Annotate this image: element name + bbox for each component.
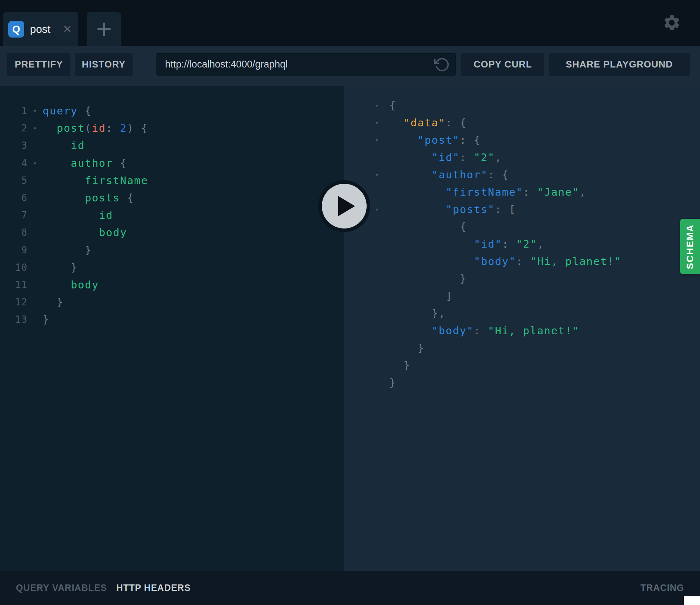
response-line: } bbox=[344, 270, 700, 287]
query-line: 8body bbox=[0, 224, 344, 241]
line-number: 6 bbox=[0, 192, 28, 203]
settings-gear-icon[interactable] bbox=[662, 13, 681, 32]
code-tokens: query { bbox=[43, 105, 92, 117]
query-line: 1▾query { bbox=[0, 102, 344, 119]
line-number: 12 bbox=[0, 297, 28, 308]
line-number: 4 bbox=[0, 158, 28, 169]
endpoint-url-input[interactable]: http://localhost:4000/graphql bbox=[156, 53, 456, 76]
add-tab-button[interactable] bbox=[87, 12, 121, 46]
response-line: } bbox=[344, 357, 700, 374]
code-tokens: } bbox=[389, 273, 467, 285]
line-number: 1 bbox=[0, 105, 28, 116]
response-line: ▾"author": { bbox=[344, 166, 700, 183]
query-line: 5firstName bbox=[0, 172, 344, 189]
play-icon bbox=[338, 196, 355, 216]
prettify-button[interactable]: PRETTIFY bbox=[7, 53, 70, 76]
query-line: 2▾post(id: 2) { bbox=[0, 119, 344, 137]
code-tokens: ] bbox=[389, 290, 453, 302]
response-line: { bbox=[344, 218, 700, 235]
response-line: ▾"posts": [ bbox=[344, 201, 700, 218]
fold-arrow-icon[interactable]: ▾ bbox=[375, 102, 389, 109]
code-tokens: body bbox=[43, 279, 99, 291]
line-number: 13 bbox=[0, 314, 28, 325]
code-tokens: } bbox=[389, 377, 396, 389]
close-tab-icon[interactable]: ✕ bbox=[63, 24, 72, 35]
code-tokens: "posts": [ bbox=[389, 203, 516, 216]
fold-arrow-icon[interactable]: ▾ bbox=[28, 160, 43, 167]
line-number: 3 bbox=[0, 140, 28, 151]
share-playground-button[interactable]: SHARE PLAYGROUND bbox=[549, 53, 690, 76]
code-tokens: } bbox=[43, 261, 78, 274]
schema-sidebar-tab[interactable]: SCHEMA bbox=[680, 219, 700, 274]
code-tokens: } bbox=[43, 244, 92, 256]
http-headers-tab[interactable]: HTTP HEADERS bbox=[116, 583, 191, 593]
query-line: 3id bbox=[0, 137, 344, 154]
line-number: 10 bbox=[0, 262, 28, 273]
code-tokens: post(id: 2) { bbox=[43, 122, 148, 134]
response-line: } bbox=[344, 339, 700, 357]
code-tokens: posts { bbox=[43, 192, 134, 204]
code-tokens: "body": "Hi, planet!" bbox=[389, 325, 579, 337]
plus-icon bbox=[96, 21, 112, 38]
line-number: 7 bbox=[0, 210, 28, 221]
response-line: ] bbox=[344, 287, 700, 305]
query-variables-tab[interactable]: QUERY VARIABLES bbox=[16, 583, 107, 593]
fold-arrow-icon[interactable]: ▾ bbox=[28, 107, 43, 114]
code-tokens: id bbox=[43, 209, 113, 221]
tab-label: post bbox=[30, 23, 51, 35]
query-line: 6posts { bbox=[0, 189, 344, 206]
query-code[interactable]: 1▾query {2▾post(id: 2) {3id4▾author {5fi… bbox=[0, 86, 344, 328]
play-circle bbox=[322, 184, 367, 228]
code-tokens: body bbox=[43, 226, 127, 239]
fold-arrow-icon[interactable]: ▾ bbox=[375, 206, 389, 213]
fold-arrow-icon[interactable]: ▾ bbox=[28, 125, 43, 132]
query-line: 13} bbox=[0, 311, 344, 328]
fold-arrow-icon[interactable]: ▾ bbox=[375, 136, 389, 144]
code-tokens: } bbox=[389, 359, 410, 371]
query-line: 10} bbox=[0, 259, 344, 276]
code-tokens: } bbox=[43, 313, 49, 326]
toolbar: PRETTIFY HISTORY http://localhost:4000/g… bbox=[0, 46, 700, 86]
fold-arrow-icon[interactable]: ▾ bbox=[375, 119, 389, 126]
response-line: "id": "2", bbox=[344, 235, 700, 253]
tracing-tab[interactable]: TRACING bbox=[640, 583, 684, 593]
response-line: "body": "Hi, planet!" bbox=[344, 322, 700, 339]
code-tokens: "author": { bbox=[389, 169, 509, 181]
code-tokens: "body": "Hi, planet!" bbox=[389, 255, 622, 267]
query-editor-pane[interactable]: 1▾query {2▾post(id: 2) {3id4▾author {5fi… bbox=[0, 86, 344, 571]
tab-bar: Q post ✕ bbox=[0, 0, 700, 46]
code-tokens: id bbox=[43, 139, 85, 152]
query-line: 9} bbox=[0, 241, 344, 259]
code-tokens: { bbox=[389, 99, 396, 112]
code-tokens: { bbox=[389, 221, 467, 233]
bottom-bar: QUERY VARIABLES HTTP HEADERS TRACING bbox=[0, 571, 700, 605]
code-tokens: "id": "2", bbox=[389, 238, 544, 250]
code-tokens: author { bbox=[43, 157, 127, 169]
editor-area: 1▾query {2▾post(id: 2) {3id4▾author {5fi… bbox=[0, 86, 700, 571]
response-line: "id": "2", bbox=[344, 149, 700, 166]
fold-arrow-icon[interactable]: ▾ bbox=[375, 171, 389, 178]
response-line: ▾{ bbox=[344, 97, 700, 114]
corner-white-box bbox=[684, 596, 700, 605]
reload-schema-icon[interactable] bbox=[434, 57, 450, 73]
response-line: "firstName": "Jane", bbox=[344, 183, 700, 201]
line-number: 11 bbox=[0, 279, 28, 290]
history-button[interactable]: HISTORY bbox=[75, 53, 133, 76]
response-line: ▾"data": { bbox=[344, 114, 700, 131]
schema-tab-label: SCHEMA bbox=[684, 224, 696, 269]
response-json: ▾{▾"data": {▾"post": {"id": "2",▾"author… bbox=[344, 86, 700, 391]
response-pane[interactable]: ▾{▾"data": {▾"post": {"id": "2",▾"author… bbox=[344, 86, 700, 571]
query-line: 11body bbox=[0, 276, 344, 293]
line-number: 9 bbox=[0, 245, 28, 256]
code-tokens: "firstName": "Jane", bbox=[389, 186, 586, 198]
copy-curl-button[interactable]: COPY CURL bbox=[461, 53, 544, 76]
tab-post[interactable]: Q post ✕ bbox=[3, 12, 78, 46]
code-tokens: "post": { bbox=[389, 134, 481, 146]
query-type-badge: Q bbox=[8, 21, 24, 38]
code-tokens: } bbox=[43, 296, 64, 308]
code-tokens: } bbox=[389, 342, 424, 354]
execute-query-button[interactable] bbox=[318, 180, 370, 232]
line-number: 5 bbox=[0, 175, 28, 186]
line-number: 8 bbox=[0, 227, 28, 238]
endpoint-url-value: http://localhost:4000/graphql bbox=[165, 59, 434, 70]
